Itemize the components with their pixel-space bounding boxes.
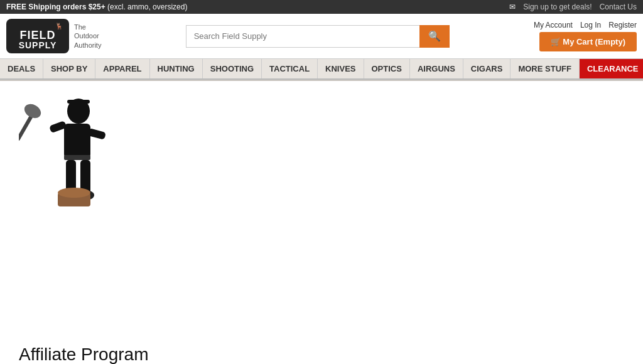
svg-point-13 xyxy=(58,188,90,198)
logo-area: 🦌 FIELD SUPPLY The Outdoor Authority xyxy=(6,19,101,53)
top-bar-right: ✉ Sign up to get deals! Contact Us xyxy=(509,3,637,11)
logo-box[interactable]: 🦌 FIELD SUPPLY xyxy=(6,19,69,53)
svg-point-6 xyxy=(22,101,43,120)
content-area: Affiliate Program FIELD ★ SUPPLY Affilia… xyxy=(0,80,643,364)
logo-supply: SUPPLY xyxy=(19,41,57,50)
nav-hunting[interactable]: HUNTING xyxy=(150,59,203,78)
header-right: My Account Log In Register 🛒 My Cart (Em… xyxy=(534,21,637,51)
nav-optics[interactable]: OPTICS xyxy=(364,59,410,78)
header-links: My Account Log In Register xyxy=(534,21,637,29)
nav-knives[interactable]: KNIVES xyxy=(318,59,364,78)
nav-tactical[interactable]: TACTICAL xyxy=(262,59,318,78)
top-bar: FREE Shipping orders $25+ (excl. ammo, o… xyxy=(0,0,643,14)
logo-tagline: The Outdoor Authority xyxy=(74,23,101,50)
header: 🦌 FIELD SUPPLY The Outdoor Authority 🔍 M… xyxy=(0,14,643,58)
login-link[interactable]: Log In xyxy=(580,21,601,29)
nav-shop-by[interactable]: SHOP BY xyxy=(43,59,95,78)
search-area: 🔍 xyxy=(186,25,450,48)
email-icon: ✉ xyxy=(509,3,516,11)
search-button[interactable]: 🔍 xyxy=(419,25,450,48)
svg-rect-2 xyxy=(64,124,90,158)
nav-apparel[interactable]: APPAREL xyxy=(95,59,149,78)
logo-field: FIELD xyxy=(20,29,56,41)
main-nav: DEALS SHOP BY APPAREL HUNTING SHOOTING T… xyxy=(0,58,643,80)
my-account-link[interactable]: My Account xyxy=(534,21,573,29)
nav-clearance[interactable]: CLEARANCE xyxy=(580,59,643,78)
nav-shooting[interactable]: SHOOTING xyxy=(203,59,262,78)
contact-link[interactable]: Contact Us xyxy=(600,3,637,11)
register-link[interactable]: Register xyxy=(608,21,637,29)
cart-button[interactable]: 🛒 My Cart (Empty) xyxy=(539,32,637,51)
svg-rect-7 xyxy=(64,155,90,160)
page-title: Affiliate Program xyxy=(19,219,624,364)
nav-airguns[interactable]: AIRGUNS xyxy=(410,59,463,78)
nav-more-stuff[interactable]: MORE STUFF xyxy=(511,59,580,78)
nav-deals[interactable]: DEALS xyxy=(0,59,43,78)
mascot-image xyxy=(19,94,126,213)
shipping-notice: FREE Shipping orders $25+ (excl. ammo, o… xyxy=(6,3,187,11)
nav-cigars[interactable]: CIGARS xyxy=(463,59,511,78)
signup-link[interactable]: Sign up to get deals! xyxy=(523,3,592,11)
svg-rect-1 xyxy=(67,100,90,104)
search-input[interactable] xyxy=(186,25,419,48)
deer-icon: 🦌 xyxy=(55,23,63,29)
